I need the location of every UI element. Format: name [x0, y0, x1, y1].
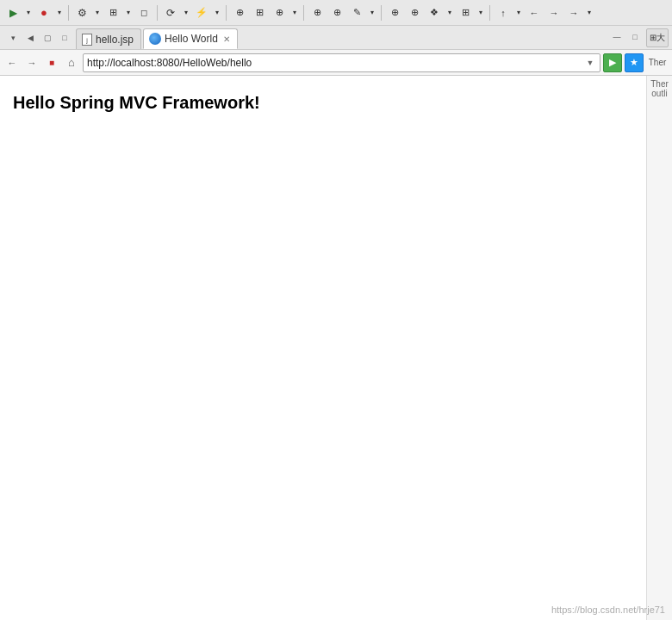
- ellipsis-icon: Ther: [649, 58, 667, 67]
- tab-hello-jsp[interactable]: j hello.jsp: [76, 28, 141, 49]
- address-bar: ← → ■ ⌂ ▼ ▶ ★ Ther: [0, 50, 672, 76]
- bookmark-icon: ★: [630, 57, 638, 68]
- bookmark-button[interactable]: ★: [625, 53, 644, 72]
- stop-button[interactable]: ■: [43, 54, 60, 71]
- right-panel-text1: Ther: [650, 79, 669, 89]
- tab-close-icon[interactable]: ✕: [223, 34, 230, 44]
- main-toolbar: ▶ ▾ ● ▾ ⚙ ▾ ⊞ ▾ ◻ ⟳ ▾ ⚡ ▾ ⊕ ⊞ ⊕ ▾ ⊕ ⊕ ✎ …: [0, 0, 672, 26]
- url-dropdown-btn[interactable]: ▼: [584, 57, 596, 69]
- tab-hello-jsp-label: hello.jsp: [96, 34, 134, 46]
- sep5: [381, 5, 382, 21]
- home-button[interactable]: ⌂: [63, 54, 80, 71]
- up-btn[interactable]: ↑: [494, 3, 513, 22]
- toolbar-group-6: ⊕ ⊕ ❖ ▾ ⊞ ▾: [385, 3, 486, 22]
- tab-ctrl-back[interactable]: ◀: [22, 30, 38, 46]
- grid2-btn[interactable]: ⊞: [456, 3, 475, 22]
- extra-btn[interactable]: Ther: [646, 54, 669, 71]
- add-btn1[interactable]: ⊕: [230, 3, 249, 22]
- star2-btn[interactable]: ⊕: [405, 3, 424, 22]
- back-nav-btn[interactable]: ←: [525, 3, 544, 22]
- toolbar-group-7: ↑ ▾ ← → → ▾: [494, 3, 594, 22]
- grid2-dropdown[interactable]: ▾: [476, 3, 486, 22]
- pencil-dropdown[interactable]: ▾: [367, 3, 377, 22]
- layout-toggle-btn[interactable]: ⊞大: [646, 28, 669, 47]
- url-input[interactable]: [87, 57, 584, 69]
- url-bar[interactable]: ▼: [83, 53, 600, 72]
- diamond-btn[interactable]: ❖: [425, 3, 444, 22]
- page-heading: Hello Spring MVC Framework!: [13, 93, 633, 113]
- go-button[interactable]: ▶: [603, 53, 622, 72]
- go-icon: ▶: [609, 57, 616, 68]
- toolbar-group-5: ⊕ ⊕ ✎ ▾: [308, 3, 377, 22]
- debug-btn[interactable]: ●: [34, 3, 53, 22]
- diamond-dropdown[interactable]: ▾: [445, 3, 455, 22]
- add-btn3[interactable]: ⊕: [270, 3, 289, 22]
- toolbar-group-3: ⟳ ▾ ⚡ ▾: [161, 3, 222, 22]
- tab-ctrl-restore[interactable]: □: [57, 30, 72, 46]
- home-icon: ⌂: [68, 56, 75, 69]
- edit-btn1[interactable]: ⊕: [308, 3, 327, 22]
- run-dropdown[interactable]: ▾: [23, 3, 34, 22]
- forward-nav-btn[interactable]: →: [544, 3, 563, 22]
- toolbar-group-1: ▶ ▾ ● ▾: [3, 3, 65, 22]
- toolbar-group-2: ⚙ ▾ ⊞ ▾ ◻: [72, 3, 153, 22]
- debug-dropdown[interactable]: ▾: [54, 3, 65, 22]
- zap-btn[interactable]: ⚡: [192, 3, 211, 22]
- tab-ctrl-chevron[interactable]: ▾: [5, 30, 21, 46]
- file-icon: j: [82, 34, 92, 46]
- tab-ctrl-minimize[interactable]: ▢: [40, 30, 55, 46]
- back-icon: ←: [8, 58, 17, 68]
- globe-icon: [149, 33, 161, 45]
- edit-btn2[interactable]: ⊕: [327, 3, 346, 22]
- win-minimize[interactable]: —: [609, 29, 625, 45]
- right-panel-text2: outli: [651, 89, 667, 98]
- chevron-down-icon: ▼: [587, 59, 594, 67]
- sep6: [489, 5, 490, 21]
- gear-dropdown[interactable]: ▾: [92, 3, 103, 22]
- forward-button[interactable]: →: [23, 54, 40, 71]
- browser-viewport: Hello Spring MVC Framework!: [0, 76, 646, 620]
- zap-dropdown[interactable]: ▾: [212, 3, 222, 22]
- watermark: https://blog.csdn.net/hrje71: [551, 604, 665, 615]
- sep4: [303, 5, 304, 21]
- toolbar-group-4: ⊕ ⊞ ⊕ ▾: [230, 3, 300, 22]
- grid-dropdown[interactable]: ▾: [123, 3, 134, 22]
- stop-icon: ■: [49, 58, 54, 67]
- back-button[interactable]: ←: [3, 54, 21, 71]
- layout-icon: ⊞大: [650, 32, 665, 44]
- sep2: [157, 5, 158, 21]
- up-dropdown[interactable]: ▾: [513, 3, 524, 22]
- refresh-btn[interactable]: ⟳: [161, 3, 180, 22]
- sep1: [68, 5, 69, 21]
- fwd2-dropdown[interactable]: ▾: [584, 3, 594, 22]
- square-btn[interactable]: ◻: [134, 3, 153, 22]
- right-panel: Ther outli: [646, 76, 672, 620]
- win-restore[interactable]: □: [627, 29, 643, 45]
- sep3: [226, 5, 227, 21]
- refresh-dropdown[interactable]: ▾: [181, 3, 191, 22]
- add-dropdown[interactable]: ▾: [289, 3, 300, 22]
- grid-btn[interactable]: ⊞: [103, 3, 122, 22]
- tab-hello-world-label: Hello World: [165, 33, 218, 45]
- fwd2-btn[interactable]: →: [564, 3, 583, 22]
- run-btn[interactable]: ▶: [3, 3, 22, 22]
- main-content: Hello Spring MVC Framework! Ther outli: [0, 76, 672, 620]
- gear-btn[interactable]: ⚙: [72, 3, 91, 22]
- tab-hello-world[interactable]: Hello World ✕: [143, 28, 238, 49]
- add-btn2[interactable]: ⊞: [250, 3, 269, 22]
- pencil-btn[interactable]: ✎: [347, 3, 366, 22]
- forward-icon: →: [28, 58, 37, 68]
- star-btn[interactable]: ⊕: [385, 3, 404, 22]
